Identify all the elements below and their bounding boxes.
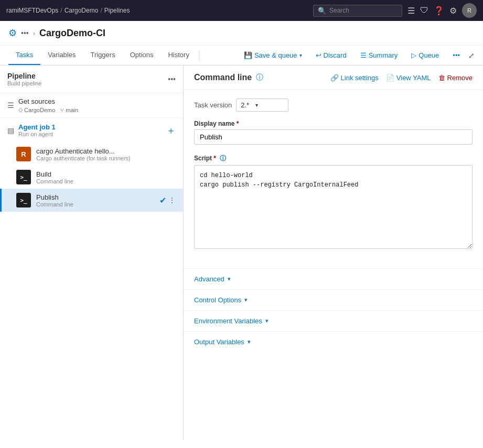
control-options-section: Control Options ▾ <box>184 289 483 310</box>
right-panel-header: Command line ⓘ 🔗 Link settings 📄 View YA… <box>184 65 483 90</box>
cargo-auth-info: cargo Authenticate hello... Cargo authen… <box>36 147 176 161</box>
tab-options[interactable]: Options <box>123 46 161 65</box>
header-chevron: › <box>33 29 35 37</box>
help-icon[interactable]: ❓ <box>434 6 444 16</box>
tab-triggers[interactable]: Triggers <box>83 46 122 65</box>
tab-tasks[interactable]: Tasks <box>8 46 40 65</box>
get-sources-item[interactable]: ☰ Get sources ◇ CargoDemo ⑂ main <box>0 93 183 117</box>
queue-icon: ▷ <box>411 51 416 59</box>
summary-button[interactable]: ☰ Summary <box>355 49 403 62</box>
script-textarea[interactable] <box>194 165 473 249</box>
task-form: Task version 2.* ▾ Display name * Script <box>184 90 483 268</box>
avatar[interactable]: R <box>462 3 477 18</box>
view-yaml-button[interactable]: 📄 View YAML <box>386 74 431 82</box>
control-options-label: Control Options <box>194 296 241 304</box>
shield-icon[interactable]: 🛡 <box>420 6 428 15</box>
tab-bar: Tasks Variables Triggers Options History… <box>0 46 483 65</box>
control-options-chevron: ▾ <box>244 297 248 303</box>
task-item-cargo-auth[interactable]: R cargo Authenticate hello... Cargo auth… <box>0 143 183 166</box>
remove-button[interactable]: 🗑 Remove <box>438 74 473 82</box>
search-input[interactable] <box>329 7 398 14</box>
output-variables-header[interactable]: Output Variables ▾ <box>184 332 483 352</box>
output-variables-label: Output Variables <box>194 338 244 346</box>
search-icon: 🔍 <box>318 7 326 15</box>
task-version-label: Task version <box>194 101 232 109</box>
task-item-publish[interactable]: >_ Publish Command line ✔ ⋮ <box>0 189 183 212</box>
version-value: 2.* <box>241 101 249 109</box>
version-chevron: ▾ <box>255 102 258 108</box>
task-item-build[interactable]: >_ Build Command line <box>0 166 183 189</box>
advanced-header[interactable]: Advanced ▾ <box>184 269 483 289</box>
task-version-row: Task version 2.* ▾ <box>194 99 473 112</box>
script-info-icon[interactable]: ⓘ <box>220 155 226 162</box>
discard-icon: ↩ <box>316 51 321 59</box>
publish-name: Publish <box>36 193 154 201</box>
right-panel: Command line ⓘ 🔗 Link settings 📄 View YA… <box>184 65 483 440</box>
build-name: Build <box>36 170 176 178</box>
page-icon: ⚙ <box>8 27 17 39</box>
display-name-input[interactable] <box>194 129 473 145</box>
right-panel-title: Command line <box>194 73 252 82</box>
breadcrumb: ramiMSFTDevOps / CargoDemo / Pipelines <box>6 7 309 14</box>
tab-divider <box>199 50 199 61</box>
publish-icon: >_ <box>16 193 31 207</box>
main-content: Pipeline Build pipeline ••• ☰ Get source… <box>0 65 483 440</box>
sources-branch: ⑂ main <box>60 107 78 113</box>
breadcrumb-project[interactable]: CargoDemo <box>65 7 99 14</box>
script-label: Script * ⓘ <box>194 154 473 163</box>
more-actions-button[interactable]: ••• <box>447 49 465 62</box>
display-name-required: * <box>237 120 239 127</box>
repo-icon: ◇ <box>18 106 23 113</box>
tab-history[interactable]: History <box>160 46 196 65</box>
add-task-button[interactable]: ＋ <box>166 124 176 137</box>
page-header: ⚙ ••• › CargoDemo-CI <box>0 21 483 46</box>
agent-job-icon: ▤ <box>7 126 14 135</box>
breadcrumb-section[interactable]: Pipelines <box>104 7 130 14</box>
breadcrumb-org[interactable]: ramiMSFTDevOps <box>6 7 58 14</box>
build-info: Build Command line <box>36 170 176 184</box>
script-group: Script * ⓘ <box>194 154 473 250</box>
agent-job-header: ▤ Agent job 1 Run on agent ＋ <box>0 117 183 143</box>
agent-job-subtitle: Run on agent <box>18 131 162 137</box>
remove-icon: 🗑 <box>438 74 445 82</box>
save-queue-button[interactable]: 💾 Save & queue ▾ <box>239 49 307 62</box>
pipeline-header: Pipeline Build pipeline ••• <box>0 65 183 93</box>
expand-icon[interactable]: ⤢ <box>468 51 475 60</box>
env-variables-chevron: ▾ <box>265 318 269 324</box>
header-dots-menu[interactable]: ••• <box>21 29 29 37</box>
pipeline-title: Pipeline <box>7 72 168 80</box>
settings-icon[interactable]: ⚙ <box>449 6 457 16</box>
top-nav: ramiMSFTDevOps / CargoDemo / Pipelines 🔍… <box>0 0 483 21</box>
advanced-label: Advanced <box>194 275 224 283</box>
discard-button[interactable]: ↩ Discard <box>310 49 352 62</box>
link-icon: 🔗 <box>330 74 339 82</box>
title-info-icon[interactable]: ⓘ <box>256 73 263 82</box>
save-icon: 💾 <box>244 51 252 59</box>
task-version-select[interactable]: 2.* ▾ <box>236 99 288 112</box>
environment-variables-section: Environment Variables ▾ <box>184 310 483 331</box>
publish-subtitle: Command line <box>36 201 154 207</box>
output-variables-section: Output Variables ▾ <box>184 331 483 352</box>
agent-job-name: Agent job 1 <box>18 123 162 131</box>
yaml-icon: 📄 <box>386 74 394 82</box>
link-settings-button[interactable]: 🔗 Link settings <box>330 74 379 82</box>
output-variables-chevron: ▾ <box>248 338 251 345</box>
sources-meta: ◇ CargoDemo ⑂ main <box>18 106 78 113</box>
summary-icon: ☰ <box>360 51 367 59</box>
tab-variables[interactable]: Variables <box>40 46 83 65</box>
queue-button[interactable]: ▷ Queue <box>406 49 444 62</box>
task-more-icon[interactable]: ⋮ <box>168 196 176 204</box>
nav-right: 🔍 ☰ 🛡 ❓ ⚙ R <box>313 3 477 18</box>
build-subtitle: Command line <box>36 178 176 184</box>
build-icon: >_ <box>16 170 31 184</box>
control-options-header[interactable]: Control Options ▾ <box>184 290 483 310</box>
task-check-icon: ✔ <box>159 195 166 205</box>
pipeline-dots-menu[interactable]: ••• <box>168 75 176 83</box>
search-box[interactable]: 🔍 <box>313 5 402 17</box>
env-variables-header[interactable]: Environment Variables ▾ <box>184 311 483 331</box>
display-name-group: Display name * <box>194 120 473 145</box>
right-panel-header-actions: 🔗 Link settings 📄 View YAML 🗑 Remove <box>330 74 473 82</box>
branch-icon: ⑂ <box>60 107 64 113</box>
save-dropdown-chevron[interactable]: ▾ <box>299 52 302 58</box>
list-icon[interactable]: ☰ <box>407 6 415 16</box>
